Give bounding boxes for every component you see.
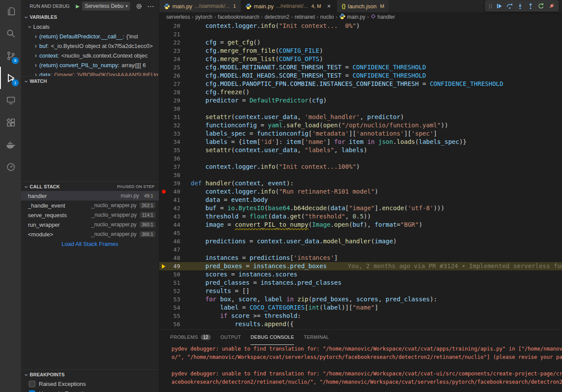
disconnect-button[interactable] — [546, 1, 557, 11]
line-number[interactable]: 56 — [168, 320, 180, 328]
breakpoint-row[interactable]: Raised Exceptions — [21, 379, 159, 389]
continue-button[interactable] — [494, 1, 504, 11]
variable-row[interactable]: ›buf:<_io.BytesIO object at 0x7f5a2dc1ec… — [21, 41, 159, 51]
scope-locals[interactable]: › Locals — [21, 22, 159, 31]
breadcrumb-item[interactable]: detectron2 — [264, 14, 289, 20]
line-number[interactable]: 45 — [168, 229, 180, 237]
activity-bar-item-run-debug[interactable]: 1 — [0, 67, 21, 89]
call-stack-section-header[interactable]: › CALL STACK PAUSED ON STEP — [21, 181, 159, 191]
breadcrumb-item[interactable]: nuclio — [320, 14, 334, 20]
step-into-button[interactable] — [515, 1, 525, 11]
code-editor[interactable]: 20 context.logger.info("Init context... … — [159, 22, 562, 329]
line-number[interactable]: 37 — [168, 163, 180, 171]
launch-config-select[interactable]: Serverless Debu ▾ — [82, 2, 130, 10]
stack-frame[interactable]: serve_requests_nuclio_wrapper.py114:1 — [21, 210, 159, 220]
line-number[interactable]: 48 — [168, 254, 180, 262]
line-number[interactable]: 25 — [168, 63, 180, 72]
activity-bar-item-extensions[interactable] — [0, 111, 21, 133]
code-text: context.logger.info("Init context... 0%"… — [180, 22, 360, 30]
step-over-button[interactable] — [504, 1, 515, 11]
line-number[interactable]: 24 — [168, 55, 180, 63]
line-number[interactable]: 52 — [168, 287, 180, 295]
line-number[interactable]: 36 — [168, 154, 180, 163]
restart-button[interactable] — [536, 1, 546, 11]
line-number[interactable]: 33 — [168, 130, 180, 138]
line-number[interactable]: 40 — [168, 187, 180, 196]
line-number[interactable]: 55 — [168, 312, 180, 320]
breadcrumb-item[interactable]: serverless — [166, 14, 190, 20]
gear-icon[interactable] — [136, 3, 142, 10]
line-number[interactable]: 32 — [168, 121, 180, 130]
panel-tab-output[interactable]: OUTPUT — [220, 330, 241, 345]
more-actions-icon[interactable]: ··· — [147, 3, 154, 10]
close-tab-icon[interactable]: × — [326, 3, 332, 10]
line-number[interactable]: 51 — [168, 279, 180, 287]
variable-row[interactable]: ›data:{'image': 'iVBORw0KGgoAAAANSUhEUg — [21, 70, 159, 76]
line-number[interactable]: 54 — [168, 303, 180, 312]
step-out-button[interactable] — [525, 1, 536, 11]
breakpoint-row[interactable]: ✓Uncaught Exceptions — [21, 389, 159, 392]
line-number[interactable]: 39 — [168, 179, 180, 187]
breadcrumb-item[interactable]: main.py — [339, 13, 365, 21]
panel-tab-terminal[interactable]: TERMINAL — [304, 330, 329, 345]
line-number[interactable]: 21 — [168, 30, 180, 38]
editor-tab[interactable]: {}launch.jsonM — [337, 0, 389, 12]
stack-frame[interactable]: handlermain.py49:1 — [21, 191, 159, 201]
editor-tab[interactable]: main.py.../siammask/...1 — [159, 0, 241, 12]
breadcrumb-item[interactable]: handler — [370, 14, 395, 20]
activity-bar-item-source-control[interactable]: 8 — [0, 44, 21, 67]
breakpoint-icon[interactable] — [159, 187, 168, 196]
checkbox-raised-exceptions[interactable] — [29, 381, 35, 387]
activity-bar-item-remote[interactable] — [0, 89, 21, 111]
breadcrumb-item[interactable]: retinanet — [295, 14, 315, 20]
line-number[interactable]: 50 — [168, 270, 180, 279]
line-number[interactable]: 34 — [168, 138, 180, 146]
activity-bar-item-files[interactable] — [0, 0, 21, 22]
load-all-stack-frames-link[interactable]: Load All Stack Frames — [21, 239, 159, 249]
line-number[interactable]: 44 — [168, 221, 180, 229]
activity-bar-item-docker[interactable] — [0, 133, 21, 156]
checkbox-uncaught-exceptions[interactable]: ✓ — [29, 390, 35, 392]
line-number[interactable]: 41 — [168, 196, 180, 204]
variable-row[interactable]: ›(return) DefaultPredictor.__call__:{'in… — [21, 31, 159, 41]
line-number[interactable]: 23 — [168, 47, 180, 55]
stack-frame[interactable]: _handle_event_nuclio_wrapper.py262:1 — [21, 201, 159, 210]
line-number[interactable]: 38 — [168, 171, 180, 179]
variables-section-header[interactable]: › VARIABLES — [21, 12, 159, 22]
frame-file-name: _nuclio_wrapper.py — [91, 202, 139, 208]
breadcrumb-item[interactable]: facebookresearch — [218, 14, 259, 20]
line-number[interactable]: 43 — [168, 212, 180, 221]
watch-section-header[interactable]: › WATCH — [21, 76, 159, 85]
line-number[interactable]: 49 — [168, 262, 180, 270]
breakpoints-section-header[interactable]: › BREAKPOINTS — [21, 369, 159, 379]
token: labels_spec — [191, 130, 246, 137]
activity-bar-item-search[interactable] — [0, 22, 21, 44]
line-number[interactable]: 42 — [168, 204, 180, 212]
line-number[interactable]: 29 — [168, 96, 180, 105]
line-number[interactable]: 31 — [168, 113, 180, 121]
start-debugging-icon[interactable]: ▶ — [76, 3, 79, 9]
line-number[interactable]: 46 — [168, 237, 180, 245]
stack-frame[interactable]: <module>_nuclio_wrapper.py366:1 — [21, 229, 159, 239]
line-number[interactable]: 35 — [168, 146, 180, 154]
variable-row[interactable]: ›context:<nuclio_sdk.context.Context obj… — [21, 51, 159, 60]
toolbar-drag-handle[interactable] — [487, 1, 494, 11]
line-number[interactable]: 53 — [168, 295, 180, 303]
line-number[interactable]: 26 — [168, 72, 180, 80]
line-number[interactable]: 20 — [168, 22, 180, 30]
stack-frame[interactable]: run_wrapper_nuclio_wrapper.py360:1 — [21, 220, 159, 229]
editor-tab[interactable]: main.py.../retinanet/...4, M× — [241, 0, 337, 12]
gutter-glyph-margin — [159, 88, 168, 96]
token: context.user_data — [235, 113, 297, 120]
panel-tab-problems[interactable]: PROBLEMS12 — [170, 330, 211, 345]
line-number[interactable]: 30 — [168, 105, 180, 113]
activity-bar-item-gauge[interactable] — [0, 156, 21, 178]
line-number[interactable]: 27 — [168, 80, 180, 88]
breadcrumb-item[interactable]: pytorch — [195, 14, 212, 20]
line-number[interactable]: 28 — [168, 88, 180, 96]
line-number[interactable]: 22 — [168, 38, 180, 47]
debug-console-output[interactable]: pydev debugger: unable to find translati… — [159, 345, 562, 392]
line-number[interactable]: 47 — [168, 245, 180, 254]
panel-tab-debug-console[interactable]: DEBUG CONSOLE — [250, 330, 294, 345]
variable-row[interactable]: ›(return) convert_PIL_to_numpy:array([[[… — [21, 60, 159, 70]
